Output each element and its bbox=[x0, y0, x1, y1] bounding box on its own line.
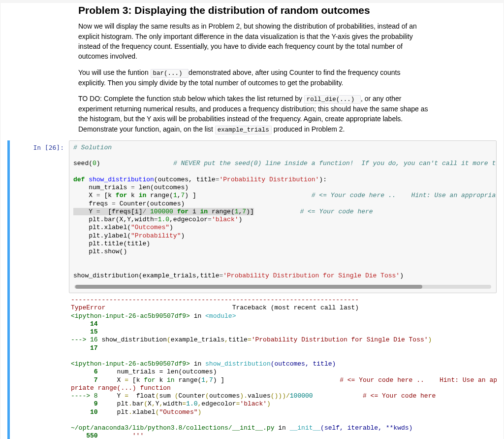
output-area: ----------------------------------------… bbox=[69, 296, 497, 439]
notebook-page: Problem 3: Displaying the distribution o… bbox=[0, 3, 504, 439]
markdown-cell: Problem 3: Displaying the distribution o… bbox=[0, 3, 504, 135]
output-row: ----------------------------------------… bbox=[10, 296, 497, 439]
text: TO DO: Complete the function stub below … bbox=[78, 95, 304, 102]
problem-heading: Problem 3: Displaying the distribution o… bbox=[78, 3, 430, 17]
input-prompt: In [26]: bbox=[10, 140, 69, 293]
text: You will use the funtion bbox=[78, 68, 151, 76]
input-row: In [26]: # Solution seed(0) # NEVER put … bbox=[10, 140, 497, 293]
output-prompt bbox=[10, 296, 69, 439]
scrollbar-thumb[interactable] bbox=[75, 285, 422, 289]
code-input-area[interactable]: # Solution seed(0) # NEVER put the seed(… bbox=[69, 140, 497, 293]
problem-para-3: TO DO: Complete the function stub below … bbox=[78, 94, 430, 135]
text: produced in Problem 2. bbox=[272, 125, 345, 133]
code-cell: In [26]: # Solution seed(0) # NEVER put … bbox=[7, 140, 497, 439]
inline-code-bar: bar(...) bbox=[151, 69, 189, 78]
horizontal-scrollbar[interactable] bbox=[74, 285, 491, 289]
inline-code-rolldie: roll_die(...) bbox=[304, 95, 361, 104]
traceback: ----------------------------------------… bbox=[71, 296, 495, 439]
problem-para-1: Now we will display the same results as … bbox=[78, 21, 430, 61]
problem-para-2: You will use the funtion bar(...) demons… bbox=[78, 68, 430, 88]
cell-active-indicator bbox=[7, 140, 10, 439]
code-block[interactable]: # Solution seed(0) # NEVER put the seed(… bbox=[73, 144, 492, 280]
inline-code-exampletrials: example_trials bbox=[215, 126, 272, 135]
